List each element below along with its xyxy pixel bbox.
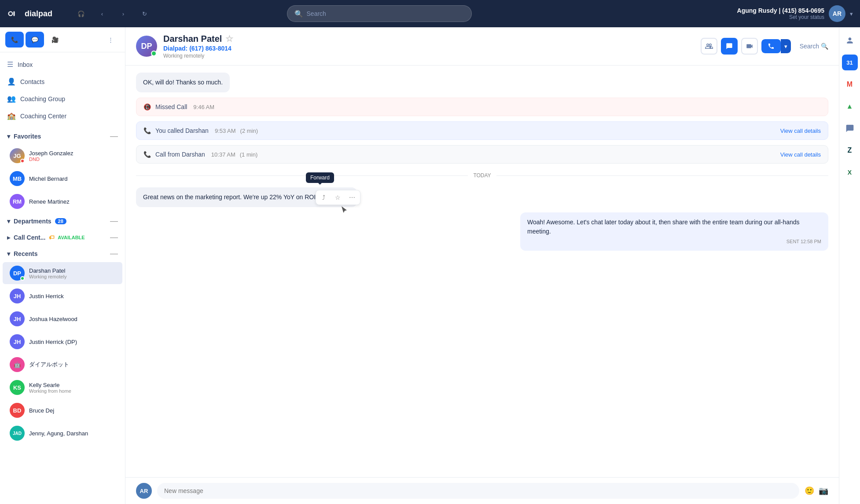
- recents-chevron-icon: ▾: [7, 250, 10, 257]
- coaching-group-icon: 👥: [7, 95, 16, 103]
- right-zendesk-icon[interactable]: Z: [842, 142, 858, 158]
- sidebar-item-label-contacts: Contacts: [20, 78, 44, 85]
- contact-name-darshan: Darshan Patel: [29, 267, 115, 274]
- recents-collapse-icon[interactable]: —: [110, 249, 118, 258]
- incoming-call-duration: (1 min): [240, 151, 257, 158]
- contact-info-joseph: Joseph Gonzalez DND: [29, 150, 115, 162]
- avatar-justin-dp: JH: [10, 334, 25, 349]
- contacts-icon: 👤: [7, 77, 16, 86]
- chat-search-button[interactable]: Search 🔍: [800, 43, 828, 50]
- main-chat-area: DP Darshan Patel ☆ Dialpad: (617) 863-80…: [125, 27, 839, 504]
- sidebar-item-inbox[interactable]: ☰ Inbox: [0, 56, 125, 73]
- tab-more[interactable]: ⋮: [101, 32, 120, 47]
- sidebar-item-coaching-center[interactable]: 🏫 Coaching Center: [0, 107, 125, 124]
- more-message-options-button[interactable]: ⋯: [346, 191, 358, 204]
- favorites-label: Favorites: [14, 133, 41, 140]
- back-button[interactable]: ‹: [95, 7, 109, 21]
- contact-kelly-searle[interactable]: KS Kelly Searle Working from home: [3, 376, 122, 398]
- departments-section-header[interactable]: ▾ Departments 28 —: [0, 213, 125, 229]
- right-gmail-icon[interactable]: M: [842, 77, 858, 92]
- contact-info-darshan: Darshan Patel Working remotely: [29, 267, 115, 279]
- search-input[interactable]: [307, 10, 464, 17]
- chat-header: DP Darshan Patel ☆ Dialpad: (617) 863-80…: [125, 27, 839, 66]
- contact-michel-bernard[interactable]: MB Michel Bernard: [3, 168, 122, 190]
- outgoing-call-icon: 📞: [143, 127, 151, 134]
- contact-joshua-hazelwood[interactable]: JH Joshua Hazelwood: [3, 308, 122, 330]
- tab-chat[interactable]: 💬: [26, 32, 44, 47]
- departments-collapse-icon[interactable]: —: [110, 216, 118, 226]
- contact-joseph-gonzalez[interactable]: JG Joseph Gonzalez DND: [3, 145, 122, 167]
- view-outgoing-call-details[interactable]: View call details: [780, 128, 821, 134]
- incoming-call-label: Call from Darshan: [155, 151, 205, 158]
- messages-container: OK, will do! Thanks so much. 📵 Missed Ca…: [125, 66, 839, 477]
- sidebar-item-coaching-group[interactable]: 👥 Coaching Group: [0, 90, 125, 107]
- call-center-item[interactable]: ▸ Call Cent... 🏷 AVAILABLE —: [0, 229, 125, 245]
- contact-dialbot[interactable]: 🤖 ダイアルボット: [3, 354, 122, 376]
- user-status[interactable]: Set your status: [737, 14, 824, 20]
- favorites-chevron-icon: ▾: [7, 133, 10, 140]
- right-drive-icon[interactable]: ▲: [842, 99, 858, 114]
- message-input[interactable]: [157, 483, 799, 499]
- chat-contact-phone: Dialpad: (617) 863-8014: [163, 45, 695, 52]
- contact-jenny-group[interactable]: JAD Jenny, Agung, Darshan: [3, 422, 122, 444]
- message-button[interactable]: [721, 38, 738, 55]
- right-chat-icon[interactable]: [842, 121, 858, 136]
- svg-rect-2: [13, 11, 15, 16]
- camera-button[interactable]: 📷: [819, 486, 828, 496]
- search-bar[interactable]: 🔍: [287, 5, 472, 22]
- star-message-button[interactable]: ☆: [332, 191, 344, 204]
- missed-call-item: 📵 Missed Call 9:46 AM: [136, 98, 828, 116]
- add-to-call-button[interactable]: [701, 38, 717, 55]
- departments-label: Departments: [14, 218, 51, 225]
- right-sidebar: 31 M ▲ Z X: [839, 27, 860, 504]
- headset-icon[interactable]: 🎧: [74, 7, 88, 21]
- message-row-sent: Woah! Awesome. Let's chat later today ab…: [520, 212, 828, 251]
- contact-name-justin-h: Justin Herrick: [29, 293, 115, 299]
- avatar-kelly: KS: [10, 380, 25, 395]
- view-incoming-call-details[interactable]: View call details: [780, 151, 821, 158]
- departments-badge: 28: [55, 218, 66, 224]
- contact-darshan-patel[interactable]: DP Darshan Patel Working remotely: [3, 262, 122, 284]
- sidebar-tab-bar: 📞 💬 🎥 ⋮: [0, 27, 125, 52]
- contact-justin-herrick[interactable]: JH Justin Herrick: [3, 285, 122, 307]
- right-excel-icon[interactable]: X: [842, 164, 858, 180]
- avatar-justin-h: JH: [10, 289, 25, 303]
- sidebar-item-label-coaching-center: Coaching Center: [20, 113, 66, 120]
- chevron-down-icon[interactable]: ▾: [850, 11, 853, 17]
- tab-video[interactable]: 🎥: [46, 32, 64, 47]
- video-button[interactable]: [741, 38, 758, 55]
- favorites-section-header[interactable]: ▾ Favorites —: [0, 128, 125, 144]
- message-row-marketing: Great news on the marketing report. We'r…: [136, 187, 357, 207]
- emoji-button[interactable]: 🙂: [805, 486, 814, 496]
- call-center-collapse-icon[interactable]: —: [110, 233, 118, 242]
- call-button[interactable]: [761, 39, 781, 53]
- user-avatar[interactable]: AR: [829, 5, 845, 22]
- sidebar-item-contacts[interactable]: 👤 Contacts: [0, 73, 125, 90]
- contact-justin-dp[interactable]: JH Justin Herrick (DP): [3, 331, 122, 353]
- right-calendar-icon[interactable]: 31: [842, 55, 858, 70]
- cursor-indicator: [340, 206, 348, 216]
- message-ok-will-do: OK, will do! Thanks so much.: [136, 73, 230, 92]
- coaching-center-icon: 🏫: [7, 112, 16, 120]
- right-contacts-icon[interactable]: [842, 33, 858, 48]
- recents-section-header[interactable]: ▾ Recents —: [0, 245, 125, 262]
- favorites-collapse-icon[interactable]: —: [110, 131, 118, 141]
- call-button-group[interactable]: ▾: [761, 39, 791, 53]
- forward-message-button[interactable]: ⤴: [318, 191, 330, 204]
- outgoing-call-label: You called Darshan: [155, 127, 209, 134]
- contact-bruce-dej[interactable]: BD Bruce Dej: [3, 399, 122, 421]
- contact-status-kelly: Working from home: [29, 388, 115, 394]
- forward-button[interactable]: ›: [116, 7, 130, 21]
- outgoing-call-item: 📞 You called Darshan 9:53 AM (2 min) Vie…: [136, 121, 828, 140]
- inbox-icon: ☰: [7, 60, 13, 69]
- app-name: dialpad: [25, 9, 52, 18]
- contact-name-kelly: Kelly Searle: [29, 382, 115, 388]
- message-input-area: AR 🙂 📷: [125, 477, 839, 504]
- avatar-bruce: BD: [10, 403, 25, 418]
- search-label: Search: [800, 43, 819, 50]
- tab-phone[interactable]: 📞: [5, 32, 24, 47]
- call-button-dropdown[interactable]: ▾: [781, 39, 791, 53]
- refresh-button[interactable]: ↻: [137, 7, 151, 21]
- contact-renee-martinez[interactable]: RM Renee Martinez: [3, 190, 122, 212]
- favorite-star-icon[interactable]: ☆: [225, 33, 233, 44]
